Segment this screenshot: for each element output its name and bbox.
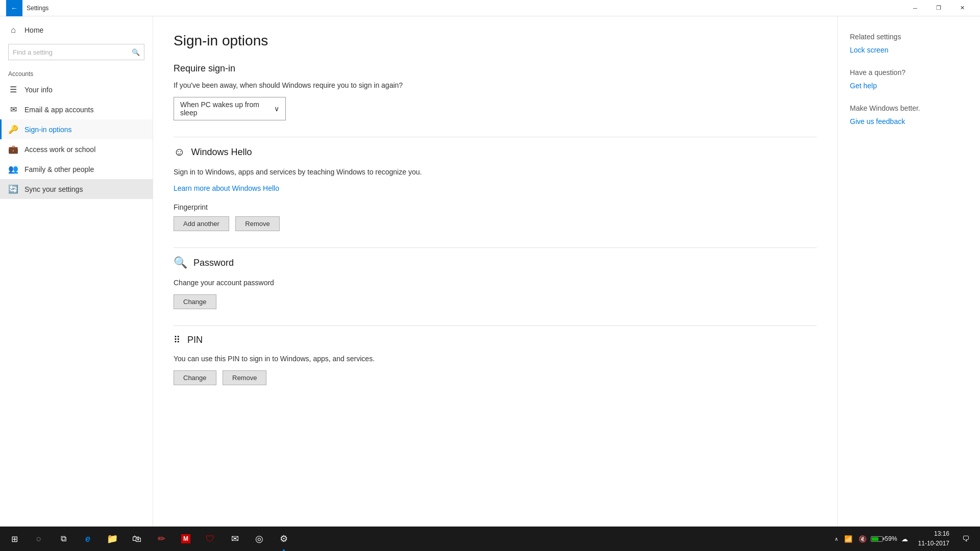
password-title: Password <box>193 258 234 268</box>
main-area: ⌂ Home 🔍 Accounts ☰ Your info ✉ Email & … <box>0 16 980 527</box>
app-title: Settings <box>27 5 903 12</box>
make-better-title: Make Windows better. <box>850 104 968 112</box>
explorer-icon: 📁 <box>107 533 118 544</box>
battery-indicator[interactable]: 59% <box>871 535 897 542</box>
email-icon: ✉ <box>8 105 18 114</box>
shield-icon: 🛡 <box>206 534 215 544</box>
sidebar-item-access-work[interactable]: 💼 Access work or school <box>0 139 153 159</box>
sidebar-item-email-app-accounts[interactable]: ✉ Email & app accounts <box>0 99 153 119</box>
pin-header: ⠿ PIN <box>174 334 817 345</box>
restore-button[interactable]: ❐ <box>927 0 950 16</box>
password-header: 🔍 Password <box>174 256 817 269</box>
content-area: Sign-in options Require sign-in If you'v… <box>153 16 837 527</box>
pin-remove-button[interactable]: Remove <box>223 370 266 385</box>
clock-time: 13:16 <box>918 529 949 539</box>
chrome-icon: ◎ <box>255 533 263 544</box>
battery-bar <box>871 536 883 542</box>
signin-dropdown[interactable]: When PC wakes up from sleep ∨ <box>174 97 286 120</box>
give-feedback-link[interactable]: Give us feedback <box>850 117 968 126</box>
tray-volume-icon[interactable]: 🔇 <box>856 534 869 544</box>
search-icon: 🔍 <box>132 48 140 56</box>
sidebar-item-your-info[interactable]: ☰ Your info <box>0 80 153 99</box>
battery-percent: 59% <box>885 535 897 542</box>
battery-fill <box>872 537 878 541</box>
taskbar-store[interactable]: 🛍 <box>125 527 149 551</box>
work-icon: 💼 <box>8 144 18 154</box>
taskbar-task-view[interactable]: ⧉ <box>51 527 76 551</box>
taskbar-app-dark[interactable]: M <box>174 527 198 551</box>
minimize-button[interactable]: ─ <box>903 0 927 16</box>
sidebar-label-your-info: Your info <box>24 86 53 94</box>
windows-hello-header: ☺ Windows Hello <box>174 145 817 159</box>
taskbar-settings[interactable]: ⚙ <box>272 527 296 551</box>
tray-cloud-icon[interactable]: ☁ <box>899 534 910 544</box>
sign-in-icon: 🔑 <box>8 124 18 134</box>
taskbar-app-red[interactable]: ✏ <box>149 527 174 551</box>
pin-desc: You can use this PIN to sign in to Windo… <box>174 354 817 364</box>
search-box[interactable]: 🔍 <box>8 44 144 60</box>
require-signin-title: Require sign-in <box>174 63 817 74</box>
lock-screen-link[interactable]: Lock screen <box>850 46 968 54</box>
taskbar-clock[interactable]: 13:16 11-10-2017 <box>914 529 953 548</box>
related-settings-title: Related settings <box>850 33 968 41</box>
fingerprint-remove-button[interactable]: Remove <box>235 216 279 231</box>
have-question-title: Have a question? <box>850 68 968 77</box>
taskbar-start[interactable]: ⊞ <box>2 527 27 551</box>
pin-change-button[interactable]: Change <box>174 370 216 385</box>
taskbar-tray: ∧ 📶 🔇 59% ☁ <box>828 534 914 544</box>
taskbar-notifications[interactable]: 🗨 <box>953 527 978 551</box>
tray-network-icon[interactable]: 📶 <box>842 534 854 544</box>
notification-icon: 🗨 <box>962 535 969 543</box>
sidebar-item-sync[interactable]: 🔄 Sync your settings <box>0 179 153 199</box>
divider-1 <box>174 137 817 137</box>
related-settings: Related settings Lock screen <box>850 33 968 54</box>
sidebar-label-email: Email & app accounts <box>24 106 93 114</box>
get-help-link[interactable]: Get help <box>850 82 968 90</box>
mail-icon: ✉ <box>231 533 239 544</box>
make-better-section: Make Windows better. Give us feedback <box>850 104 968 126</box>
store-icon: 🛍 <box>132 534 141 544</box>
taskbar-chrome[interactable]: ◎ <box>247 527 272 551</box>
sidebar-label-sign-in: Sign-in options <box>24 126 72 134</box>
sidebar-item-sign-in-options[interactable]: 🔑 Sign-in options <box>0 119 153 139</box>
settings-taskbar-icon: ⚙ <box>280 533 288 544</box>
taskbar-app-shield[interactable]: 🛡 <box>198 527 223 551</box>
sidebar-label-work: Access work or school <box>24 145 95 154</box>
require-signin-desc: If you've been away, when should Windows… <box>174 80 817 91</box>
search-taskbar-icon: ○ <box>36 534 42 544</box>
clock-date: 11-10-2017 <box>918 539 949 548</box>
sidebar-home-label: Home <box>24 26 43 34</box>
close-button[interactable]: ✕ <box>950 0 974 16</box>
back-icon: ← <box>11 4 18 12</box>
taskbar-edge[interactable]: e <box>76 527 100 551</box>
windows-hello-icon: ☺ <box>174 145 185 159</box>
learn-more-link[interactable]: Learn more about Windows Hello <box>174 184 279 192</box>
divider-2 <box>174 247 817 248</box>
password-desc: Change your account password <box>174 278 817 288</box>
taskbar-explorer[interactable]: 📁 <box>100 527 125 551</box>
taskbar-search[interactable]: ○ <box>27 527 51 551</box>
search-input[interactable] <box>13 48 132 56</box>
tray-expand-icon[interactable]: ∧ <box>832 535 840 543</box>
password-change-button[interactable]: Change <box>174 294 216 309</box>
sidebar-item-home[interactable]: ⌂ Home <box>0 20 153 40</box>
pin-section: ⠿ PIN You can use this PIN to sign in to… <box>174 334 817 385</box>
start-icon: ⊞ <box>11 534 18 544</box>
add-another-button[interactable]: Add another <box>174 216 229 231</box>
signin-dropdown-value: When PC wakes up from sleep <box>180 101 274 117</box>
sidebar-item-family[interactable]: 👥 Family & other people <box>0 159 153 179</box>
home-icon: ⌂ <box>8 26 18 35</box>
have-question-section: Have a question? Get help <box>850 68 968 90</box>
windows-hello-section: ☺ Windows Hello Sign in to Windows, apps… <box>174 145 817 231</box>
taskbar-app-mail[interactable]: ✉ <box>223 527 247 551</box>
app-red-icon: ✏ <box>158 533 165 544</box>
sync-icon: 🔄 <box>8 184 18 194</box>
pin-icon: ⠿ <box>174 334 181 345</box>
family-icon: 👥 <box>8 164 18 174</box>
app-dark-icon: M <box>181 534 190 543</box>
back-button[interactable]: ← <box>6 0 22 16</box>
windows-hello-title: Windows Hello <box>191 147 252 158</box>
right-panel: Related settings Lock screen Have a ques… <box>837 16 980 527</box>
windows-hello-desc: Sign in to Windows, apps and services by… <box>174 167 817 178</box>
fingerprint-label: Fingerprint <box>174 203 817 211</box>
